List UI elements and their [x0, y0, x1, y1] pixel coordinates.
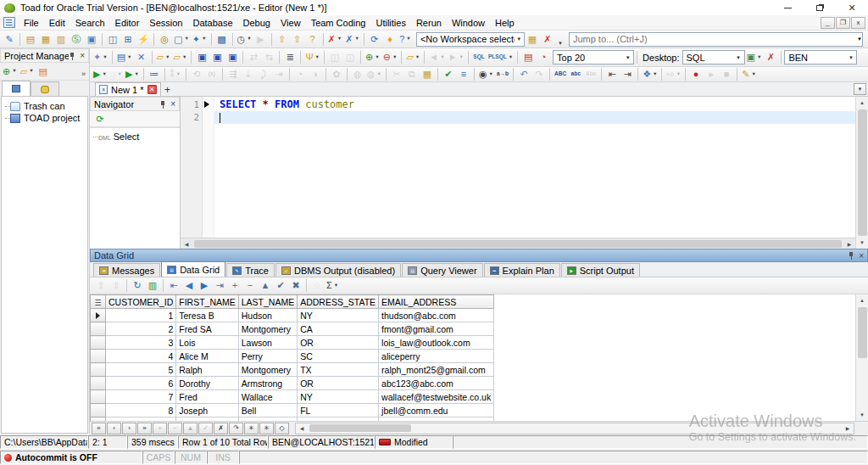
next-record-icon[interactable]: ▶ — [197, 278, 212, 293]
execute-sqlplus-icon[interactable]: Ψ▼ — [303, 50, 321, 64]
change-session-icon[interactable]: ▱▼ — [404, 50, 421, 64]
tab-query-viewer[interactable]: ▤Query Viewer — [402, 263, 482, 277]
open-editor-icon[interactable]: ▤ — [23, 32, 38, 47]
save-as-icon[interactable]: ▣ — [209, 50, 225, 64]
cell[interactable]: lois_law@outlook.com — [379, 336, 494, 350]
menu-database[interactable]: Database — [187, 16, 237, 30]
cell[interactable]: TX — [298, 363, 379, 377]
editor-vertical-scrollbar[interactable]: ▲▼ — [855, 97, 868, 249]
pm-tab-projects[interactable] — [2, 81, 31, 96]
cell[interactable]: SC — [298, 350, 379, 363]
row-selector-header[interactable]: ☰ — [91, 295, 106, 309]
calc-sum-icon[interactable]: Σ▼ — [325, 278, 340, 293]
menu-search[interactable]: Search — [70, 16, 110, 30]
row-selector[interactable] — [91, 390, 106, 404]
project-manager-icon[interactable]: ⊞ — [120, 32, 136, 47]
table-row[interactable]: 2Fred SAMontgomeryCAfmont@gmail.com — [91, 322, 494, 336]
commit-icon[interactable]: ⇧ — [275, 32, 290, 47]
tree-item-toad-project[interactable]: TOAD project — [3, 112, 86, 124]
rollback-icon[interactable]: ⇧ — [290, 32, 305, 47]
halt-execution-icon[interactable]: ✗▼ — [326, 32, 344, 47]
navigator-item-select[interactable]: DMLSelect — [92, 132, 177, 142]
table-row[interactable]: 9LoisMartinezCALIFloismar@awe.com — [91, 417, 494, 422]
pm-overflow-chevron[interactable]: » — [79, 70, 88, 78]
uppercase-icon[interactable]: ABC — [553, 67, 568, 81]
menu-rerun[interactable]: Rerun — [411, 16, 447, 30]
team-coding-icon[interactable]: ✦▼ — [191, 32, 209, 47]
tab-explain-plan[interactable]: ≔Explain Plan — [484, 263, 560, 277]
goto-plsql-icon[interactable]: PLSQL▼ — [487, 50, 515, 64]
add-connection-icon[interactable]: ⊕▼ — [364, 50, 381, 64]
goto-sql-icon[interactable]: SQL — [471, 50, 487, 64]
grid-vertical-scrollbar[interactable]: ▲▼ — [855, 294, 868, 421]
close-tab-icon[interactable]: ✕ — [147, 85, 157, 94]
export-dataset-icon[interactable]: ▥ — [145, 278, 160, 293]
menu-edit[interactable]: Edit — [44, 16, 70, 30]
cell[interactable]: NY — [298, 390, 379, 404]
unindent-icon[interactable]: ⇤ — [604, 67, 620, 81]
execute-as-script-icon[interactable]: ▶▼ — [124, 67, 141, 81]
close-panel-icon[interactable]: × — [859, 251, 864, 261]
cell[interactable]: aliceperry — [379, 350, 494, 363]
quest-window-icon[interactable]: ▣ — [84, 32, 99, 47]
cell[interactable]: Fred — [176, 390, 239, 404]
cell[interactable]: Lawson — [238, 336, 297, 350]
row-selector[interactable] — [91, 350, 106, 363]
grid-horizontal-scrollbar[interactable]: ◀▶ — [295, 423, 854, 434]
close-button[interactable]: ✕ — [836, 0, 868, 15]
chevron-down-icon[interactable]: ▼ — [857, 36, 862, 42]
menu-help[interactable]: Help — [490, 16, 520, 30]
cell[interactable]: 4 — [106, 350, 176, 363]
rows-fetched-icon[interactable]: ◔ — [536, 50, 551, 64]
cell[interactable]: Teresa B — [176, 309, 239, 322]
cell[interactable]: 7 — [106, 390, 176, 404]
tab-data-grid[interactable]: ▤Data Grid — [161, 261, 225, 277]
menu-view[interactable]: View — [275, 16, 306, 30]
revert-desktop-icon[interactable]: ✗ — [763, 50, 778, 64]
table-row[interactable]: 7FredWallaceNYwallacef@testwebsite.co.uk — [91, 390, 494, 404]
pm-open-icon[interactable]: ▱▼ — [19, 64, 36, 79]
pin-icon[interactable] — [848, 251, 855, 260]
desktop-combo[interactable]: SQL ▼ — [682, 50, 745, 64]
cell[interactable]: Dorothy — [176, 377, 239, 390]
table-row[interactable]: 4Alice MPerrySCaliceperry — [91, 350, 494, 363]
mdi-minimize-button[interactable]: _ — [821, 17, 835, 29]
cell[interactable]: ralph_mont25@gmail.com — [379, 363, 494, 377]
format-code-icon[interactable]: ≡ — [456, 67, 471, 81]
table-row[interactable]: 1Teresa BHudsonNYthudson@abc.com — [91, 309, 494, 322]
tab-script-output[interactable]: ▶Script Output — [561, 263, 640, 277]
pm-new-project-icon[interactable]: ▤ — [36, 64, 51, 79]
cell[interactable]: OR — [298, 377, 379, 390]
cell[interactable]: 6 — [106, 377, 176, 390]
cell[interactable]: OR — [298, 336, 379, 350]
save-all-icon[interactable]: ▣ — [225, 50, 240, 64]
cell[interactable]: 8 — [106, 404, 176, 417]
cell[interactable]: Martinez — [238, 417, 297, 422]
find-icon[interactable]: ◉▼ — [477, 67, 495, 81]
minimize-button[interactable] — [771, 0, 804, 15]
code-snippets-icon[interactable]: ❖▼ — [641, 67, 659, 81]
pm-tab-database[interactable] — [31, 81, 59, 96]
session-browser-icon[interactable]: ▥ — [53, 32, 69, 47]
describe-objects-icon[interactable]: ◫ — [105, 32, 120, 47]
save-desktop-icon[interactable]: ▣▼ — [745, 50, 764, 64]
commit-options-icon[interactable]: ? — [305, 32, 320, 47]
cell[interactable]: FL — [298, 404, 379, 417]
cell[interactable]: Fred SA — [176, 322, 239, 336]
lowercase-icon[interactable]: abc — [568, 67, 583, 81]
menu-window[interactable]: Window — [447, 16, 490, 30]
replace-icon[interactable]: a→b — [495, 67, 510, 81]
code-road-map-icon[interactable]: ⚡ — [136, 32, 151, 47]
column-header-customer_id[interactable]: CUSTOMER_ID — [106, 295, 176, 309]
post-row-icon[interactable]: ✔ — [273, 278, 288, 293]
query-limit-icon[interactable]: ▤ — [520, 50, 536, 64]
row-selector[interactable] — [91, 322, 106, 336]
syntax-check-icon[interactable]: ✔ — [441, 67, 456, 81]
comment-icon[interactable]: ✎▼ — [740, 67, 758, 81]
table-row[interactable]: 5RalphMontgomeryTXralph_mont25@gmail.com — [91, 363, 494, 377]
table-row[interactable]: 8JosephBellFLjbell@comm.edu — [91, 404, 494, 417]
indent-icon[interactable]: ⇥ — [620, 67, 635, 81]
cell[interactable]: 3 — [106, 336, 176, 350]
tab-trace[interactable]: ✎Trace — [226, 263, 275, 277]
menu-debug[interactable]: Debug — [238, 16, 275, 30]
